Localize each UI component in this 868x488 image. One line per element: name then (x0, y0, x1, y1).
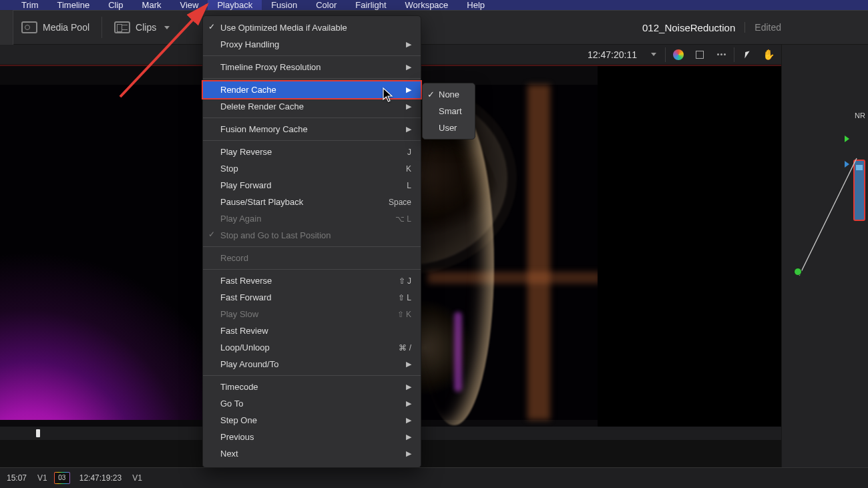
menu-label: Use Optimized Media if Available (220, 23, 347, 33)
viewer-letterbox (598, 66, 781, 427)
node-input-green-icon[interactable] (845, 136, 849, 142)
menu-label: Next (220, 449, 238, 459)
menu-play-forward[interactable]: Play Forward L (203, 177, 421, 194)
menu-label: Record (220, 253, 248, 263)
menu-previous[interactable]: Previous ▶ (203, 429, 421, 445)
menubar-playback[interactable]: Playback (208, 0, 262, 10)
check-icon: ✓ (427, 89, 435, 99)
clips-label: Clips (136, 22, 156, 33)
menubar-workspace[interactable]: Workspace (396, 0, 458, 10)
timecode-dropdown[interactable] (642, 47, 662, 63)
menu-loop-unloop[interactable]: Loop/Unloop ⌘ / (203, 339, 421, 356)
submenu-user[interactable]: User (423, 119, 475, 136)
submenu-arrow-icon: ▶ (406, 40, 411, 49)
image-wipe-button[interactable] (668, 47, 688, 63)
menubar-mark[interactable]: Mark (133, 0, 171, 10)
menu-label: Fast Reverse (220, 276, 272, 286)
thumb-tc-center: 12:47:19:23 (79, 473, 122, 483)
hand-icon: ✋ (763, 49, 775, 61)
pan-tool[interactable]: ✋ (758, 47, 779, 63)
menu-separator (203, 246, 421, 247)
media-pool-icon (21, 21, 37, 33)
menubar-timeline[interactable]: Timeline (48, 0, 99, 10)
submenu-arrow-icon: ▶ (406, 433, 411, 441)
menu-timeline-proxy-resolution[interactable]: Timeline Proxy Resolution ▶ (203, 59, 421, 75)
menu-shortcut: J (407, 148, 411, 157)
menubar-color[interactable]: Color (306, 0, 346, 10)
menu-label: Fast Forward (220, 292, 272, 302)
menu-shortcut: ⇧ J (399, 276, 411, 286)
viewer-timecode[interactable]: 12:47:20:11 (588, 49, 637, 60)
menubar-view[interactable]: View (170, 0, 208, 10)
menu-shortcut: Space (389, 198, 411, 207)
pointer-tool[interactable] (737, 47, 757, 63)
menu-use-optimized-media[interactable]: ✓ Use Optimized Media if Available (203, 19, 421, 36)
more-icon (717, 53, 726, 55)
menu-label: Play Around/To (220, 359, 278, 369)
menu-separator (203, 117, 421, 118)
menu-go-to[interactable]: Go To ▶ (203, 395, 421, 412)
menu-label: Pause/Start Playback (220, 197, 303, 207)
chevron-down-icon (651, 53, 656, 56)
menubar-help[interactable]: Help (457, 0, 494, 10)
media-pool-button[interactable]: Media Pool (13, 17, 97, 37)
submenu-arrow-icon: ▶ (406, 360, 411, 369)
submenu-none[interactable]: ✓ None (423, 86, 475, 103)
node-source-dot[interactable] (794, 268, 802, 276)
menu-stop[interactable]: Stop K (203, 160, 421, 177)
viewer-options-button[interactable] (711, 47, 731, 63)
menu-label: Play Reverse (220, 147, 272, 157)
menu-shortcut: L (407, 181, 411, 190)
menu-separator (203, 269, 421, 270)
menu-stop-go-last[interactable]: ✓ Stop and Go to Last Position (203, 227, 421, 244)
expand-viewer-button[interactable] (690, 47, 710, 63)
thumb-selected[interactable]: 03 (54, 472, 70, 484)
playback-menu: ✓ Use Optimized Media if Available Proxy… (202, 15, 421, 468)
menu-fast-forward[interactable]: Fast Forward ⇧ L (203, 289, 421, 306)
menubar-fusion[interactable]: Fusion (262, 0, 306, 10)
menu-play-reverse[interactable]: Play Reverse J (203, 144, 421, 160)
menu-next[interactable]: Next ▶ (203, 445, 421, 462)
submenu-arrow-icon: ▶ (406, 449, 411, 458)
thumb-selected-label: 03 (55, 473, 69, 483)
submenu-arrow-icon: ▶ (406, 102, 411, 111)
menu-label: Timecode (220, 382, 258, 392)
submenu-label: User (439, 123, 457, 133)
menu-delete-render-cache[interactable]: Delete Render Cache ▶ (203, 98, 421, 115)
node-link (795, 154, 859, 278)
menu-play-around-to[interactable]: Play Around/To ▶ (203, 356, 421, 373)
menu-fast-review[interactable]: Fast Review (203, 322, 421, 339)
menu-fast-reverse[interactable]: Fast Reverse ⇧ J (203, 272, 421, 289)
menu-proxy-handling[interactable]: Proxy Handling ▶ (203, 36, 421, 53)
playhead[interactable] (36, 429, 40, 437)
menu-label: Loop/Unloop (220, 342, 270, 352)
clips-dropdown[interactable]: Clips (106, 17, 178, 37)
media-pool-label: Media Pool (43, 22, 89, 33)
submenu-arrow-icon: ▶ (406, 63, 411, 71)
menu-separator (203, 140, 421, 141)
menubar-trim[interactable]: Trim (12, 0, 48, 10)
menubar-clip[interactable]: Clip (99, 0, 132, 10)
expand-icon (696, 51, 704, 59)
submenu-smart[interactable]: Smart (423, 103, 475, 119)
app-menubar: Trim Timeline Clip Mark View Playback Fu… (0, 0, 868, 10)
menu-fusion-memory-cache[interactable]: Fusion Memory Cache ▶ (203, 121, 421, 138)
menu-label: Render Cache (220, 85, 276, 95)
menu-label: Step One (220, 415, 257, 425)
menu-label: Stop (220, 164, 238, 174)
menu-play-slow: Play Slow ⇧ K (203, 306, 421, 322)
menu-pause-start-playback[interactable]: Pause/Start Playback Space (203, 194, 421, 210)
menu-label: Play Forward (220, 180, 272, 190)
submenu-arrow-icon: ▶ (406, 383, 411, 391)
pointer-icon (744, 51, 749, 58)
menu-timecode[interactable]: Timecode ▶ (203, 379, 421, 395)
submenu-label: None (439, 89, 459, 99)
submenu-arrow-icon: ▶ (406, 85, 411, 94)
menu-render-cache[interactable]: Render Cache ▶ (203, 81, 421, 98)
menubar-fairlight[interactable]: Fairlight (346, 0, 395, 10)
submenu-arrow-icon: ▶ (406, 416, 411, 425)
menu-shortcut: ⇧ K (397, 310, 411, 319)
submenu-arrow-icon: ▶ (406, 125, 411, 134)
menu-step-one[interactable]: Step One ▶ (203, 412, 421, 429)
node-graph[interactable]: NR (781, 45, 868, 467)
